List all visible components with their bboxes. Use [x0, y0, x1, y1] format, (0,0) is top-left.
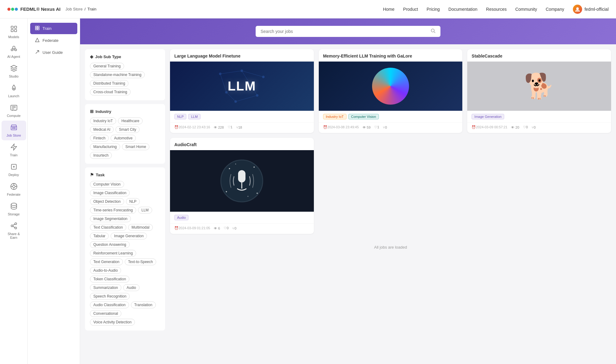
tag-insurtech[interactable]: Insurtech [90, 152, 112, 159]
svg-marker-38 [35, 38, 39, 42]
sidebar-item-federate[interactable]: Federate [2, 180, 26, 199]
tag-object-detection[interactable]: Object Detection [90, 198, 124, 205]
tag-multimodal[interactable]: Multimodal [128, 224, 153, 231]
sidebar-item-storage[interactable]: Storage [2, 199, 26, 219]
tag-automotive[interactable]: Automotive [111, 135, 136, 142]
tag-audio[interactable]: Audio [123, 284, 140, 291]
tag-industry-iot[interactable]: Industry IoT [323, 114, 346, 119]
sidebar-item-compute[interactable]: Compute [2, 101, 26, 121]
tag-nlp[interactable]: NLP [126, 198, 140, 205]
breadcrumb-current: Train [87, 7, 96, 11]
filter-section-job-sub-type: ◈ Job Sub Type General Training Standalo… [85, 49, 165, 100]
sidebar-item-job-store[interactable]: Job Store [2, 121, 26, 140]
tag-manufacturing[interactable]: Manufacturing [90, 143, 120, 150]
memory-likes: ♡1 [374, 125, 379, 129]
breadcrumb-parent[interactable]: Job Store [66, 7, 83, 11]
tag-smart-city[interactable]: Smart City [116, 126, 140, 133]
sidebar-label-compute: Compute [7, 114, 21, 118]
tag-smart-home[interactable]: Smart Home [122, 143, 149, 150]
nav-documentation[interactable]: Documentation [448, 7, 477, 12]
tag-question-answering[interactable]: Question Answering [90, 241, 130, 248]
logo[interactable]: FEDML® Nexus AI [7, 6, 61, 12]
tag-audio-label[interactable]: Audio [174, 215, 188, 220]
llm-views: 👁 228 [214, 126, 224, 129]
tag-tabular[interactable]: Tabular [90, 233, 109, 239]
tag-speech-recognition[interactable]: Speech Recognition [90, 293, 130, 300]
tag-image-generation[interactable]: Image Generation [472, 114, 504, 119]
tag-nlp[interactable]: NLP [174, 114, 186, 119]
tag-image-segmentation[interactable]: Image Segmentation [90, 215, 131, 222]
tag-fintech[interactable]: Fintech [90, 135, 109, 142]
sub-sidebar-user-guide[interactable]: User Guide [30, 47, 77, 58]
nav-product[interactable]: Product [403, 7, 418, 12]
svg-point-28 [11, 203, 17, 206]
svg-point-59 [226, 191, 227, 192]
svg-rect-34 [35, 26, 37, 28]
svg-point-60 [235, 164, 236, 165]
svg-point-0 [576, 7, 579, 10]
tag-audio-to-audio[interactable]: Audio-to-Audio [90, 267, 121, 274]
tag-text-classification[interactable]: Text Classification [90, 224, 126, 231]
job-card-audiocraft[interactable]: AudioCraft [170, 138, 314, 234]
job-card-llm-meta: ⏰2024-02-12 23:43:16 👁 228 ♡1 ⑂18 [170, 122, 314, 133]
sub-sidebar-federate[interactable]: Federate [30, 35, 77, 46]
tag-text-generation[interactable]: Text Generation [90, 258, 123, 265]
search-box [256, 26, 440, 37]
tag-image-classification[interactable]: Image Classification [90, 190, 130, 196]
tag-healthcare[interactable]: Healthcare [118, 118, 143, 124]
search-input[interactable] [261, 29, 428, 34]
tag-general-training[interactable]: General Training [90, 63, 124, 70]
sidebar-item-ai-agent[interactable]: AI Agent [2, 42, 26, 62]
sidebar-label-share-earn: Share & Earn [4, 232, 24, 239]
user-avatar[interactable]: fedml-official [573, 5, 609, 14]
job-card-stable-tags: Image Generation [467, 111, 611, 122]
user-name: fedml-official [585, 7, 609, 12]
tag-llm[interactable]: LLM [188, 114, 200, 119]
sidebar-label-job-store: Job Store [6, 134, 21, 137]
tag-computer-vision[interactable]: Computer Vision [348, 114, 379, 119]
llm-date: ⏰2024-02-12 23:43:16 [174, 125, 210, 129]
tag-industry-iot[interactable]: Industry IoT [90, 118, 116, 124]
tag-token-classification[interactable]: Token Classification [90, 276, 129, 282]
tag-summarization[interactable]: Summarization [90, 284, 121, 291]
tag-distributed-training[interactable]: Distributed Training [90, 80, 128, 87]
sidebar-item-launch[interactable]: Launch [2, 81, 26, 101]
left-sidebar: Models AI Agent Studio Launch Compute [0, 18, 28, 364]
sidebar-item-deploy[interactable]: Deploy [2, 160, 26, 180]
svg-point-19 [14, 127, 15, 129]
nav-community[interactable]: Community [515, 7, 537, 12]
sub-sidebar-train[interactable]: Train [30, 23, 77, 34]
microphone-svg [220, 159, 263, 202]
nav-pricing[interactable]: Pricing [427, 7, 440, 12]
tag-time-series[interactable]: Time-series Forecasting [90, 207, 136, 214]
svg-line-40 [434, 32, 435, 33]
tag-audio-classification[interactable]: Audio Classification [90, 302, 129, 308]
tag-medical-ai[interactable]: Medical AI [90, 126, 114, 133]
tag-cross-cloud-training[interactable]: Cross-cloud Training [90, 89, 131, 95]
tag-translation[interactable]: Translation [131, 302, 156, 308]
job-card-audio-image [170, 150, 314, 212]
tag-llm[interactable]: LLM [138, 207, 152, 214]
job-card-memory-llm[interactable]: Memory-Efficient LLM Training with GaLor… [319, 49, 463, 133]
tag-text-to-speech[interactable]: Text-to-Speech [125, 258, 156, 265]
job-card-stable-cascade[interactable]: StableCascade 🐕 Image Generation ⏰2024-0… [467, 49, 611, 133]
sidebar-label-deploy: Deploy [8, 173, 19, 177]
tag-computer-vision[interactable]: Computer Vision [90, 181, 124, 188]
job-card-llm-finetune[interactable]: Large Language Model Finetune [170, 49, 314, 133]
tag-standalone-training[interactable]: Standalone-machine Training [90, 71, 145, 78]
sidebar-item-share-earn[interactable]: Share & Earn [2, 219, 26, 242]
sidebar-item-studio[interactable]: Studio [2, 62, 26, 81]
memory-date: ⏰2024-03-08 23:49:45 [323, 125, 359, 129]
tag-voice-activity[interactable]: Voice Activity Detection [90, 319, 135, 326]
sidebar-item-train[interactable]: Train [2, 140, 26, 160]
tag-image-generation[interactable]: Image Generation [111, 233, 147, 239]
logo-dots [7, 8, 18, 11]
nav-home[interactable]: Home [383, 7, 394, 12]
nav-company[interactable]: Company [546, 7, 564, 12]
content-area: ◈ Job Sub Type General Training Standalo… [80, 44, 616, 364]
tag-reinforcement-learning[interactable]: Reinforcement Learning [90, 250, 136, 257]
tag-conversational[interactable]: Conversational [90, 310, 121, 317]
nav-resources[interactable]: Resources [486, 7, 507, 12]
sidebar-item-models[interactable]: Models [2, 22, 26, 42]
svg-rect-2 [14, 26, 17, 28]
